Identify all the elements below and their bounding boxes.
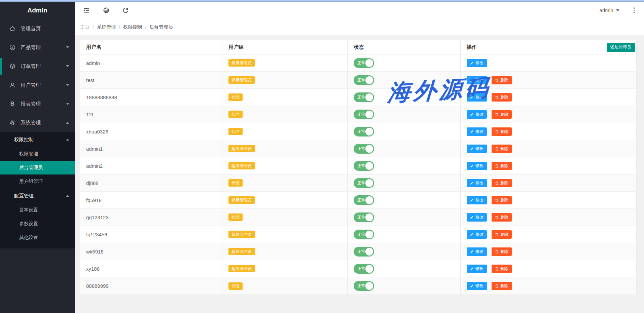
sidebar-item-usergroup-mgmt[interactable]: 用户组管理 [0,174,75,188]
edit-button[interactable]: 修改 [467,179,487,187]
status-toggle[interactable]: 正常 [354,58,374,68]
status-toggle[interactable]: 正常 [354,178,374,188]
svg-text:$: $ [11,46,13,49]
sidebar-item-param-settings[interactable]: 参数设置 [0,217,75,231]
delete-button[interactable]: 删除 [492,76,512,84]
delete-button-label: 删除 [500,197,508,203]
delete-button[interactable]: 删除 [492,247,512,256]
sidebar-item-permission-control[interactable]: 权限控制 [0,132,75,147]
status-toggle[interactable]: 正常 [354,92,374,102]
username-text: test [86,77,94,83]
status-toggle[interactable]: 正常 [354,281,374,291]
sidebar-item-home[interactable]: 管理首页 [0,19,75,38]
main-area: admin 主页 / 系统管理 / 权限控制 / 后台管理员 用户名 用户组 状… [75,2,644,313]
usergroup-badge: 代理 [228,111,243,118]
sidebar-item-permission-mgmt[interactable]: 权限管理 [0,147,75,161]
delete-button[interactable]: 删除 [492,110,512,119]
cell-usergroup: 代理 [222,89,348,106]
sidebar-item-system[interactable]: 系统管理 [0,113,75,132]
delete-button-label: 删除 [500,94,508,100]
edit-button[interactable]: 修改 [467,265,487,273]
delete-button-label: 删除 [500,249,508,255]
chevron-up-icon [66,122,69,124]
edit-button-label: 修改 [475,163,484,169]
delete-button-label: 删除 [500,180,508,186]
edit-button[interactable]: 修改 [467,59,487,67]
usergroup-badge: 超级管理员 [228,248,255,255]
edit-button-label: 修改 [475,129,484,134]
edit-button[interactable]: 修改 [467,110,487,119]
sidebar-item-other-settings[interactable]: 其他设置 [0,231,75,244]
delete-button[interactable]: 删除 [492,265,512,273]
delete-button[interactable]: 删除 [492,162,512,170]
sidebar-item-config-mgmt[interactable]: 配置管理 [0,188,75,203]
edit-button[interactable]: 修改 [467,93,487,102]
usergroup-badge: 超级管理员 [228,162,255,169]
refresh-icon[interactable] [122,7,129,14]
column-header-usergroup: 用户组 [222,40,348,54]
delete-button[interactable]: 删除 [492,213,512,222]
product-dollar-icon: $ [9,44,16,51]
edit-button[interactable]: 修改 [467,213,487,222]
delete-button[interactable]: 删除 [492,230,512,239]
sidebar-item-reports[interactable]: B 报表管理 [0,94,75,113]
edit-button[interactable]: 修改 [467,162,487,170]
chevron-up-icon [66,195,69,197]
usergroup-badge: 超级管理员 [228,265,255,272]
edit-button[interactable]: 修改 [467,76,487,84]
edit-button[interactable]: 修改 [467,145,487,153]
toggle-knob [365,111,373,118]
status-toggle[interactable]: 正常 [354,110,374,119]
delete-button[interactable]: 删除 [492,282,512,290]
cell-usergroup: 超级管理员 [222,243,348,260]
status-toggle[interactable]: 正常 [354,195,374,205]
status-toggle[interactable]: 正常 [354,230,374,239]
user-dropdown[interactable]: admin [600,7,619,13]
cell-usergroup: 代理 [222,106,348,123]
sidebar-item-orders[interactable]: 订单管理 [0,57,75,76]
delete-button[interactable]: 删除 [492,145,512,153]
cell-usergroup: 超级管理员 [222,226,348,243]
edit-button[interactable]: 修改 [467,282,487,290]
edit-button[interactable]: 修改 [467,127,487,136]
cell-username: xy188 [80,260,222,277]
chevron-down-icon [66,46,69,48]
toggle-knob [365,231,373,238]
sidebar-item-backend-admins[interactable]: 后台管理员 [0,161,75,174]
status-toggle[interactable]: 正常 [354,247,374,257]
delete-button[interactable]: 删除 [492,127,512,136]
sidebar-collapse-icon[interactable] [83,7,90,14]
status-toggle[interactable]: 正常 [354,212,374,222]
toggle-knob [365,128,373,135]
cell-actions: 修改删除 [461,226,636,243]
status-toggle[interactable]: 正常 [354,144,374,154]
delete-button[interactable]: 删除 [492,93,512,102]
cell-status: 正常 [348,106,461,123]
table-row: 88889999代理正常修改删除 [80,277,636,295]
sidebar-item-basic-settings[interactable]: 基本设置 [0,203,75,217]
cell-status: 正常 [348,140,461,157]
globe-icon[interactable] [102,7,110,14]
status-toggle[interactable]: 正常 [354,75,374,85]
breadcrumb-separator: / [145,25,146,30]
orders-layers-icon [9,63,16,70]
sidebar-item-users[interactable]: 用户管理 [0,76,75,94]
table-row: test超级管理员正常修改删除 [80,72,636,89]
status-toggle[interactable]: 正常 [354,127,374,136]
username-text: wk5918 [86,249,104,255]
edit-button[interactable]: 修改 [467,230,487,239]
status-toggle[interactable]: 正常 [354,264,374,274]
sidebar-item-label: 权限管理 [19,151,38,157]
edit-button[interactable]: 修改 [467,247,487,256]
sidebar-item-label: 参数设置 [19,221,38,227]
breadcrumb-home-link[interactable]: 主页 [80,24,90,30]
cell-usergroup: 超级管理员 [222,140,348,157]
edit-button[interactable]: 修改 [467,196,487,204]
status-toggle[interactable]: 正常 [354,161,374,171]
add-admin-button[interactable]: 添加管理员 [607,43,635,52]
delete-button[interactable]: 删除 [492,196,512,204]
delete-button[interactable]: 删除 [492,179,512,187]
sidebar-item-products[interactable]: $ 产品管理 [0,38,75,57]
cell-usergroup: 代理 [222,123,348,140]
kebab-menu-icon[interactable] [632,6,637,14]
